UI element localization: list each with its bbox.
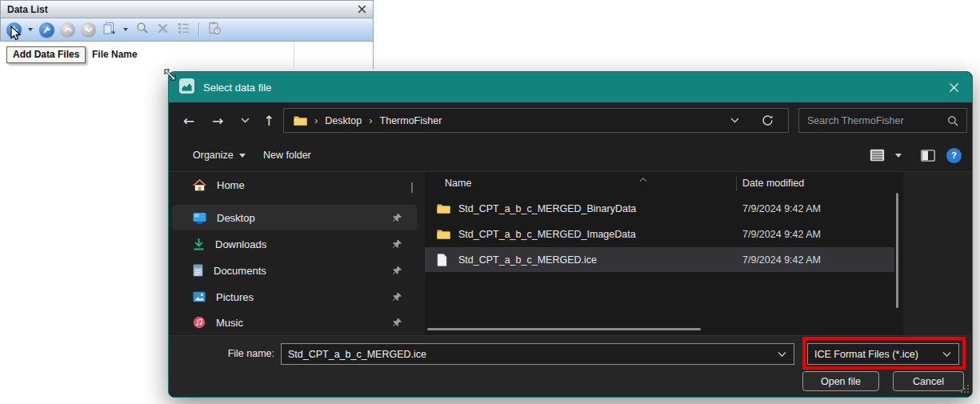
chevron-right-icon: › xyxy=(314,114,318,126)
sidebar-item-pictures[interactable]: Pictures xyxy=(172,284,417,310)
breadcrumb-segment-thermofisher[interactable]: ThermoFisher xyxy=(380,115,442,126)
data-list-header-row: File Name Add Data Files xyxy=(0,42,374,69)
horizontal-scrollbar[interactable] xyxy=(427,328,701,330)
sidebar-scrollbar[interactable] xyxy=(411,182,413,193)
move-down-icon xyxy=(81,22,96,38)
file-name: Std_CPT_a_b_c_MERGED_ImageData xyxy=(458,229,636,240)
copy-button[interactable] xyxy=(100,21,118,39)
file-type-select[interactable]: ICE Format Files (*.ice) xyxy=(807,343,959,365)
chevron-right-icon: › xyxy=(369,114,372,126)
pin-icon[interactable] xyxy=(392,318,402,328)
recent-locations-icon[interactable] xyxy=(234,102,255,138)
downloads-icon xyxy=(193,238,205,250)
sidebar-item-label: Documents xyxy=(214,265,266,277)
forward-icon[interactable]: → xyxy=(207,102,228,138)
sidebar-item-home[interactable]: Home xyxy=(172,172,417,198)
pin-icon[interactable] xyxy=(392,266,402,276)
move-down-button[interactable] xyxy=(79,21,98,39)
chevron-down-icon[interactable] xyxy=(730,118,739,123)
pin-icon[interactable] xyxy=(392,213,402,223)
empty-area xyxy=(903,172,973,335)
resize-grip[interactable] xyxy=(961,382,969,396)
file-row[interactable]: Std_CPT_a_b_c_MERGED_ImageData 7/9/2024 … xyxy=(425,222,894,246)
data-list-panel: Data List xyxy=(0,0,374,69)
refresh-icon[interactable] xyxy=(762,114,774,126)
dialog-content: Home Desktop Downloads xyxy=(169,172,972,335)
column-divider[interactable] xyxy=(736,176,737,191)
view-options-button[interactable] xyxy=(174,21,193,39)
places-sidebar: Home Desktop Downloads xyxy=(169,172,423,335)
file-name: Std_CPT_a_b_c_MERGED.ice xyxy=(458,254,597,266)
copy-dropdown-caret[interactable] xyxy=(121,21,130,39)
sidebar-item-label: Pictures xyxy=(216,291,254,303)
file-name-label: File name: xyxy=(169,348,274,359)
file-date-modified: 7/9/2024 9:42 AM xyxy=(742,229,821,240)
tools-button[interactable] xyxy=(38,21,56,39)
view-dropdown-caret[interactable] xyxy=(895,138,902,172)
sidebar-item-label: Desktop xyxy=(217,212,255,224)
app-icon xyxy=(178,78,195,98)
file-name: Std_CPT_a_b_c_MERGED_BinaryData xyxy=(458,203,636,214)
folder-icon xyxy=(437,203,451,214)
add-data-files-tooltip: Add Data Files xyxy=(6,46,86,63)
cancel-button[interactable]: Cancel xyxy=(893,371,964,391)
command-bar: Organize New folder ? xyxy=(169,138,972,172)
file-name-column-header[interactable]: File Name xyxy=(92,49,138,60)
new-folder-button[interactable]: New folder xyxy=(263,138,311,172)
file-name-combo xyxy=(281,343,794,365)
mouse-cursor-icon xyxy=(10,26,21,45)
chevron-down-icon[interactable] xyxy=(778,351,786,357)
documents-icon xyxy=(193,264,203,277)
remove-icon xyxy=(158,22,168,37)
sidebar-item-downloads[interactable]: Downloads xyxy=(172,231,417,257)
column-header-name[interactable]: Name xyxy=(445,178,471,189)
file-date-modified: 7/9/2024 9:42 AM xyxy=(742,254,821,266)
tools-icon xyxy=(39,22,54,38)
sidebar-item-music[interactable]: Music xyxy=(172,310,417,335)
new-folder-label: New folder xyxy=(263,150,311,161)
search-button[interactable] xyxy=(133,21,151,39)
sidebar-item-label: Music xyxy=(216,317,243,329)
file-row-selected[interactable]: Std_CPT_a_b_c_MERGED.ice 7/9/2024 9:42 A… xyxy=(425,247,894,272)
pictures-icon xyxy=(193,291,206,302)
report-icon xyxy=(208,22,221,38)
search-box xyxy=(798,108,967,133)
help-button[interactable]: ? xyxy=(946,138,962,172)
breadcrumb[interactable]: › Desktop › ThermoFisher xyxy=(283,108,789,133)
vertical-scrollbar[interactable] xyxy=(896,193,898,308)
sidebar-item-label: Downloads xyxy=(215,238,266,250)
pin-icon[interactable] xyxy=(392,292,402,302)
copy-icon xyxy=(102,22,116,38)
file-row[interactable]: Std_CPT_a_b_c_MERGED_BinaryData 7/9/2024… xyxy=(425,196,894,221)
open-file-button[interactable]: Open file xyxy=(802,371,879,391)
search-icon[interactable] xyxy=(947,115,958,126)
sidebar-item-desktop[interactable]: Desktop xyxy=(172,205,417,230)
sidebar-item-label: Home xyxy=(217,179,245,191)
report-button[interactable] xyxy=(205,21,223,39)
sidebar-item-documents[interactable]: Documents xyxy=(172,258,417,283)
resize-cursor-icon xyxy=(163,68,177,85)
view-list-button[interactable] xyxy=(870,138,885,172)
remove-button[interactable] xyxy=(154,21,172,39)
breadcrumb-segment-desktop[interactable]: Desktop xyxy=(325,115,362,126)
close-icon[interactable] xyxy=(935,72,972,102)
file-name-input[interactable] xyxy=(288,349,773,360)
pin-icon[interactable] xyxy=(392,239,402,250)
close-icon[interactable] xyxy=(358,5,366,14)
up-icon[interactable]: ↑ xyxy=(258,102,279,138)
organize-button[interactable]: Organize xyxy=(193,138,246,172)
move-up-button[interactable] xyxy=(58,21,77,39)
home-icon xyxy=(193,179,206,191)
data-list-title: Data List xyxy=(7,4,48,15)
search-input[interactable] xyxy=(807,115,947,126)
dialog-footer: File name: ICE Format Files (*.ice) Open… xyxy=(169,335,972,398)
preview-pane-button[interactable] xyxy=(921,138,935,172)
file-list-header: Name Date modified xyxy=(425,174,903,193)
add-dropdown-caret[interactable] xyxy=(26,21,35,39)
sort-ascending-icon xyxy=(639,173,647,184)
back-icon[interactable]: ← xyxy=(178,102,199,138)
folder-icon xyxy=(294,115,307,126)
data-list-titlebar: Data List xyxy=(0,0,374,18)
navigation-bar: ← → ↑ › Desktop › ThermoFisher xyxy=(169,102,972,138)
column-header-date-modified[interactable]: Date modified xyxy=(742,178,804,189)
